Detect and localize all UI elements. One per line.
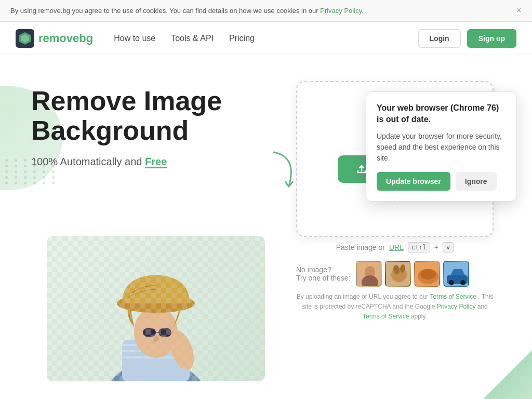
hero-title: Remove Image Background: [31, 86, 291, 145]
cookie-text: By using remove.bg you agree to the use …: [10, 7, 364, 15]
browser-tooltip-body: Update your browser for more security, s…: [377, 131, 506, 164]
browser-update-tooltip: Your web browser (Chrome 76) is out of d…: [366, 91, 516, 202]
paste-row: Paste image or URL ctrl + v: [336, 242, 454, 252]
svg-point-27: [449, 280, 454, 285]
sample-thumb-dog[interactable]: [385, 261, 411, 287]
nav-tools-api[interactable]: Tools & API: [171, 34, 214, 43]
browser-tooltip-actions: Update browser Ignore: [377, 172, 506, 191]
browser-tooltip-title: Your web browser (Chrome 76) is out of d…: [377, 102, 506, 126]
login-button[interactable]: Login: [418, 29, 461, 48]
update-browser-button[interactable]: Update browser: [377, 172, 450, 191]
svg-point-28: [460, 280, 466, 285]
terms-text: By uploading an image or URL you agree t…: [296, 292, 494, 322]
no-image-label: No image? Try one of these:: [296, 265, 351, 282]
cookie-banner: By using remove.bg you agree to the use …: [0, 0, 532, 22]
main-nav: How to use Tools & API Pricing: [114, 34, 418, 43]
privacy-link[interactable]: Privacy Policy: [437, 303, 476, 310]
header-actions: Login Sign up: [418, 29, 516, 48]
sample-thumb-person[interactable]: [356, 261, 382, 287]
url-link[interactable]: URL: [389, 243, 404, 251]
svg-point-24: [420, 269, 436, 280]
upload-icon: [356, 164, 367, 174]
logo-icon: [16, 29, 34, 48]
samples-section: No image? Try one of these:: [296, 261, 494, 287]
transparency-bg: [47, 236, 265, 381]
hero-section: Remove Image Background 100% Automatical…: [31, 76, 291, 381]
terms-link-2[interactable]: Terms of Service: [363, 313, 409, 320]
main-content: Remove Image Background 100% Automatical…: [0, 55, 532, 399]
sample-thumb-food[interactable]: [414, 261, 440, 287]
terms-link-1[interactable]: Terms of Service: [430, 293, 476, 300]
privacy-policy-link[interactable]: Privacy Policy: [320, 7, 362, 15]
hero-subtitle: 100% Automatically and Free: [31, 156, 291, 168]
signup-button[interactable]: Sign up: [467, 29, 516, 48]
kbd-v: v: [443, 242, 454, 252]
kbd-ctrl: ctrl: [408, 242, 430, 252]
sample-thumbnails: [356, 261, 469, 287]
sample-thumb-car[interactable]: [443, 261, 469, 287]
hero-image: [47, 236, 265, 381]
nav-how-to-use[interactable]: How to use: [114, 34, 155, 43]
logo[interactable]: removebg: [16, 29, 93, 48]
ignore-button[interactable]: Ignore: [456, 172, 497, 191]
cookie-close-button[interactable]: ×: [516, 5, 522, 16]
nav-pricing[interactable]: Pricing: [229, 34, 255, 43]
header: removebg How to use Tools & API Pricing …: [0, 22, 532, 55]
logo-text: removebg: [38, 32, 93, 45]
